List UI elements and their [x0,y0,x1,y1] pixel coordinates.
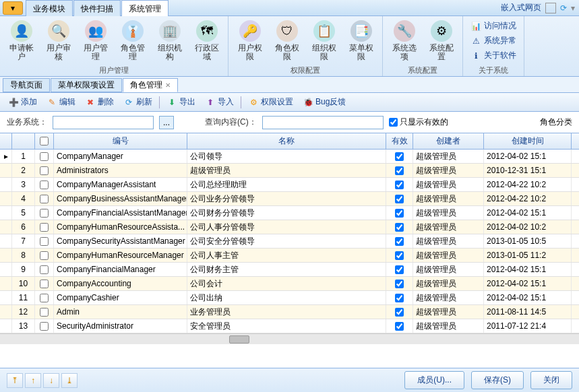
toolbar-导出[interactable]: ⬇导出 [162,94,200,110]
cell-checkbox[interactable] [35,305,54,319]
cell-rownum: 2 [12,164,35,177]
table-row[interactable]: 2Administrators超级管理员超级管理员2010-12-31 15:1 [0,164,579,178]
cell-code: Administrators [54,164,187,177]
cell-valid[interactable] [386,234,413,248]
table-row[interactable]: ▸1CompanyManager公司领导超级管理员2012-04-02 15:1 [0,150,579,164]
ribbon-用户管理[interactable]: 👥用户管理 [77,18,114,64]
cell-checkbox[interactable] [35,206,54,220]
window-icon[interactable] [545,3,556,13]
ribbon-组织权限[interactable]: 📋组织权限 [305,18,342,64]
ribbon-link-关于软件[interactable]: ℹ关于软件 [470,49,517,62]
members-button[interactable]: 成员(U)... [404,371,464,389]
cell-valid[interactable] [386,192,413,205]
cell-checkbox[interactable] [35,192,54,205]
toolbar-Bug反馈[interactable]: 🐞Bug反馈 [299,94,350,110]
main-tab-1[interactable]: 快件扫描 [73,0,121,16]
cell-valid[interactable] [386,220,413,234]
cell-valid[interactable] [386,263,413,276]
sync-icon[interactable]: ⟳ [560,3,567,13]
query-input[interactable] [262,116,384,129]
move-bottom-button[interactable]: ⤓ [61,373,78,388]
toolbar-权限设置[interactable]: ⚙权限设置 [244,94,297,110]
app-menu-button[interactable]: ▾ [3,1,23,15]
only-valid-checkbox[interactable]: 只显示有效的 [389,117,448,128]
save-button[interactable]: 保存(S) [471,371,524,389]
move-down-button[interactable]: ↓ [43,373,59,388]
cell-checkbox[interactable] [35,234,54,248]
table-row[interactable]: 13SecurityAdministrator安全管理员超级管理员2011-07… [0,319,579,333]
cell-checkbox[interactable] [35,249,54,262]
col-valid[interactable]: 有效 [386,133,413,149]
table-row[interactable]: 9CompanyFinancialManager公司财务主管超级管理员2012-… [0,263,579,277]
cell-valid[interactable] [386,150,413,163]
cell-checkbox[interactable] [35,150,54,163]
col-rownum[interactable] [12,133,35,149]
horizontal-scrollbar[interactable] [0,333,579,344]
ribbon-申请帐户[interactable]: 👤申请帐户 [3,18,40,64]
cell-checkbox[interactable] [35,319,54,333]
biz-system-browse[interactable]: ... [159,116,174,129]
cell-valid[interactable] [386,249,413,262]
table-row[interactable]: 11CompanyCashier公司出纳超级管理员2012-04-02 15:1 [0,291,579,305]
cell-checkbox[interactable] [35,277,54,290]
col-time[interactable]: 创建时间 [484,133,572,149]
table-row[interactable]: 3CompanyManagerAssistant公司总经理助理超级管理员2012… [0,178,579,192]
sub-tab-菜单权限项设置[interactable]: 菜单权限项设置 [51,78,122,92]
ribbon-label: 组织机构 [155,44,184,61]
ribbon-菜单权限[interactable]: 📑菜单权限 [342,18,379,64]
ribbon-用户审核[interactable]: 🔍用户审核 [40,18,77,64]
tool-icon: 🐞 [303,97,313,108]
cell-checkbox[interactable] [35,263,54,276]
cell-checkbox[interactable] [35,164,54,177]
cell-checkbox[interactable] [35,291,54,304]
cell-valid[interactable] [386,178,413,191]
close-icon[interactable]: ✕ [165,81,171,89]
ribbon-角色权限[interactable]: 🛡角色权限 [268,18,305,64]
cell-valid[interactable] [386,305,413,319]
ribbon-行政区域[interactable]: 🗺行政区域 [188,18,225,64]
col-code[interactable]: 编号 [54,133,187,149]
move-up-button[interactable]: ↑ [25,373,41,388]
cell-valid[interactable] [386,291,413,304]
table-row[interactable]: 6CompanyHumanResourceAssista...公司人事分管领导超… [0,220,579,234]
ribbon-link-访问情况[interactable]: 📊访问情况 [470,20,517,32]
table-row[interactable]: 5CompanyFinancialAssistantManager公司财务分管领… [0,206,579,220]
cell-valid[interactable] [386,164,413,177]
close-button[interactable]: 关闭 [530,371,572,389]
cell-rownum: 6 [12,220,35,234]
grid-body: ▸1CompanyManager公司领导超级管理员2012-04-02 15:1… [0,150,579,333]
table-row[interactable]: 7CompanySecurityAssistantManager公司安全分管领导… [0,234,579,249]
cell-valid[interactable] [386,319,413,333]
sub-tab-导航页面[interactable]: 导航页面 [3,78,50,92]
col-creator[interactable]: 创建者 [413,133,484,149]
biz-system-combo[interactable] [53,116,154,129]
table-row[interactable]: 8CompanyHumanResourceManager公司人事主管超级管理员2… [0,249,579,263]
table-row[interactable]: 4CompanyBusinessAssistantManager公司业务分管领导… [0,192,579,206]
ribbon-link-系统异常[interactable]: ⚠系统异常 [470,34,517,47]
table-row[interactable]: 12Admin业务管理员超级管理员2011-08-11 14:5 [0,305,579,319]
cell-valid[interactable] [386,206,413,220]
col-checkbox[interactable] [35,133,54,149]
ribbon-角色管理[interactable]: 👔角色管理 [114,18,151,64]
embedded-web-label[interactable]: 嵌入式网页 [501,2,541,13]
cell-valid[interactable] [386,277,413,290]
filter-bar: 业务系统： ... 查询内容(C)： 只显示有效的 角色分类 [0,112,579,133]
ribbon-组织机构[interactable]: 🏢组织机构 [151,18,188,64]
toolbar-删除[interactable]: ✖删除 [81,94,118,110]
toolbar-编辑[interactable]: ✎编辑 [42,94,80,110]
main-tab-0[interactable]: 业务模块 [26,0,73,16]
dropdown-icon[interactable]: ▾ [571,3,575,13]
table-row[interactable]: 10CompanyAccounting公司会计超级管理员2012-04-02 1… [0,277,579,291]
toolbar-添加[interactable]: ➕添加 [4,94,41,110]
cell-checkbox[interactable] [35,220,54,234]
ribbon-系统选项[interactable]: 🔧系统选项 [386,18,423,64]
col-name[interactable]: 名称 [187,133,386,149]
toolbar-导入[interactable]: ⬆导入 [201,94,238,110]
ribbon-系统配置[interactable]: ⚙系统配置 [423,18,460,64]
move-top-button[interactable]: ⤒ [7,373,23,388]
main-tab-2[interactable]: 系统管理 [121,0,169,16]
ribbon-用户权限[interactable]: 🔑用户权限 [231,18,268,64]
cell-checkbox[interactable] [35,178,54,191]
sub-tab-角色管理[interactable]: 角色管理✕ [123,78,178,92]
toolbar-刷新[interactable]: ⟳刷新 [119,94,156,110]
